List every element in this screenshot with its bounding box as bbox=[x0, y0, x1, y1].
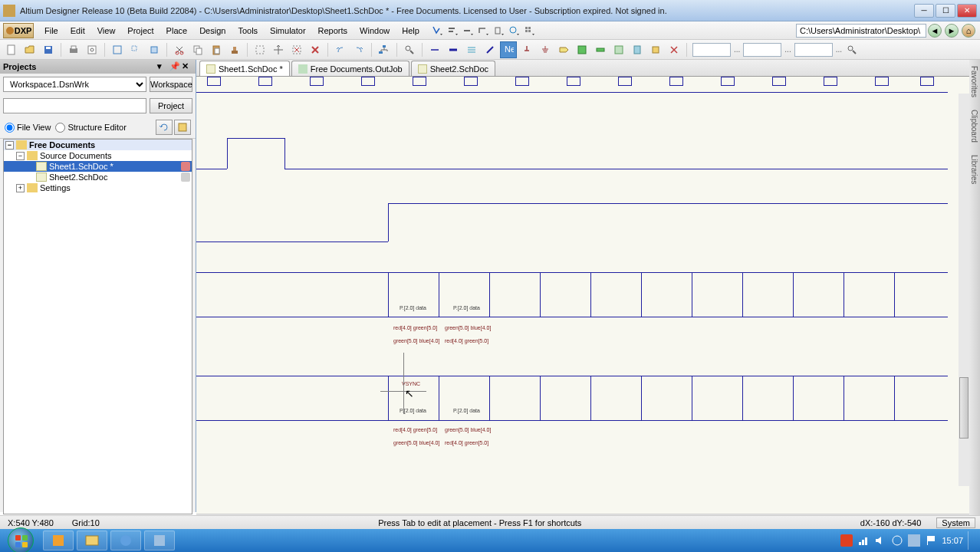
nav-home[interactable]: ⌂ bbox=[962, 24, 975, 38]
favorites-tab[interactable]: Favorites bbox=[969, 60, 979, 104]
panel-close-icon[interactable]: ✕ bbox=[182, 61, 192, 72]
align-dropdown-icon[interactable] bbox=[447, 25, 458, 36]
clipboard-tab[interactable]: Clipboard bbox=[969, 104, 979, 149]
tray-ime-icon[interactable] bbox=[840, 534, 853, 547]
harness-conn-icon[interactable] bbox=[629, 41, 646, 58]
bus-entry-icon[interactable] bbox=[482, 41, 498, 58]
zoom-sel-icon[interactable] bbox=[146, 41, 163, 58]
menu-simulator[interactable]: Simulator bbox=[264, 24, 311, 38]
panel-pin-icon[interactable]: 📌 bbox=[169, 61, 180, 72]
start-button[interactable] bbox=[0, 529, 41, 552]
sheet-entry-icon[interactable] bbox=[592, 41, 609, 58]
collapse-icon[interactable]: − bbox=[5, 141, 14, 150]
tab-sheet1[interactable]: Sheet1.SchDoc * bbox=[199, 61, 290, 76]
undo-icon[interactable] bbox=[332, 41, 349, 58]
shape-dropdown-icon[interactable] bbox=[508, 25, 519, 36]
structure-editor-radio[interactable]: Structure Editor bbox=[55, 123, 126, 133]
zoom-fit-icon[interactable] bbox=[109, 41, 126, 58]
menu-view[interactable]: View bbox=[91, 24, 122, 38]
tree-sheet2[interactable]: Sheet2.SchDoc bbox=[4, 172, 192, 182]
tray-volume-icon[interactable] bbox=[874, 534, 886, 547]
copy-icon[interactable] bbox=[189, 41, 206, 58]
zoom-area-icon[interactable] bbox=[127, 41, 144, 58]
libraries-tab[interactable]: Libraries bbox=[969, 149, 979, 190]
tab-outjob[interactable]: Free Documents.OutJob bbox=[291, 61, 409, 76]
vscroll-thumb[interactable] bbox=[959, 377, 968, 439]
panel-dropdown-icon[interactable]: ▾ bbox=[157, 61, 168, 72]
power-port-icon[interactable] bbox=[518, 41, 535, 58]
signal-harness-icon[interactable] bbox=[463, 41, 480, 58]
preview-icon[interactable] bbox=[84, 41, 100, 58]
menu-reports[interactable]: Reports bbox=[312, 24, 354, 38]
search-icon[interactable] bbox=[844, 41, 860, 58]
close-button[interactable]: ✕ bbox=[957, 4, 977, 18]
sheet-symbol-icon[interactable] bbox=[574, 41, 590, 58]
hierarchy-icon[interactable] bbox=[376, 41, 393, 58]
minimize-button[interactable]: ─ bbox=[914, 4, 934, 18]
nav-forward[interactable]: ► bbox=[945, 24, 959, 38]
clock[interactable]: 15:07 bbox=[942, 536, 963, 545]
maximize-button[interactable]: ☐ bbox=[936, 4, 955, 18]
tray-app-icon[interactable] bbox=[908, 534, 920, 547]
net-label-icon[interactable]: Net bbox=[500, 41, 517, 58]
new-icon[interactable] bbox=[3, 41, 20, 58]
search-input-1[interactable] bbox=[692, 43, 731, 57]
task-app-3[interactable] bbox=[110, 531, 141, 550]
project-input[interactable] bbox=[3, 98, 146, 113]
dxp-button[interactable]: DXP bbox=[3, 23, 34, 38]
project-button[interactable]: Project bbox=[150, 98, 192, 113]
gnd-icon[interactable] bbox=[537, 41, 554, 58]
menu-project[interactable]: Project bbox=[121, 24, 159, 38]
paste-icon[interactable] bbox=[208, 41, 225, 58]
move-icon[interactable] bbox=[270, 41, 287, 58]
tray-network-icon[interactable] bbox=[857, 534, 870, 547]
task-app-2[interactable] bbox=[77, 531, 107, 550]
schematic-canvas[interactable]: P.[2.0] data P.[2.0] data red[4.0] green… bbox=[196, 77, 969, 514]
tray-status-icon[interactable] bbox=[891, 534, 903, 547]
file-view-radio[interactable]: File View bbox=[5, 123, 51, 133]
save-icon[interactable] bbox=[40, 41, 57, 58]
block-dropdown-icon[interactable] bbox=[493, 25, 504, 36]
search-input-3[interactable] bbox=[794, 43, 833, 57]
clear-icon[interactable] bbox=[307, 41, 324, 58]
menu-help[interactable]: Help bbox=[396, 24, 426, 38]
menu-file[interactable]: File bbox=[38, 24, 64, 38]
deselect-icon[interactable] bbox=[288, 41, 305, 58]
tab-sheet2[interactable]: Sheet2.SchDoc bbox=[411, 61, 495, 76]
draw-dropdown-icon[interactable] bbox=[432, 25, 442, 36]
expand-icon[interactable]: + bbox=[16, 184, 25, 192]
tree-source-docs[interactable]: − Source Documents bbox=[4, 150, 192, 161]
wire-icon[interactable] bbox=[426, 41, 443, 58]
tree-sheet1[interactable]: Sheet1.SchDoc * bbox=[4, 161, 192, 172]
part-icon[interactable] bbox=[647, 41, 664, 58]
system-button[interactable]: System bbox=[936, 518, 975, 528]
tray-flag-icon[interactable] bbox=[925, 534, 937, 547]
redo-icon[interactable] bbox=[350, 41, 367, 58]
refresh-icon[interactable] bbox=[156, 120, 173, 135]
rubber-stamp-icon[interactable] bbox=[226, 41, 243, 58]
path-input[interactable] bbox=[796, 24, 926, 38]
line-dropdown-icon[interactable] bbox=[462, 25, 473, 36]
workspace-select[interactable]: Workspace1.DsnWrk bbox=[3, 77, 146, 92]
menu-window[interactable]: Window bbox=[354, 24, 396, 38]
collapse-icon[interactable]: − bbox=[16, 152, 25, 160]
project-tree[interactable]: − Free Documents − Source Documents Shee… bbox=[3, 139, 192, 514]
menu-place[interactable]: Place bbox=[160, 24, 194, 38]
corner-dropdown-icon[interactable] bbox=[478, 25, 488, 36]
cut-icon[interactable] bbox=[171, 41, 188, 58]
print-icon[interactable] bbox=[65, 41, 82, 58]
vertical-scrollbar[interactable] bbox=[959, 94, 969, 486]
search-input-2[interactable] bbox=[743, 43, 781, 57]
open-icon[interactable] bbox=[21, 41, 38, 58]
menu-design[interactable]: Design bbox=[193, 24, 232, 38]
task-app-4[interactable] bbox=[144, 531, 175, 550]
port-icon[interactable] bbox=[555, 41, 572, 58]
select-icon[interactable] bbox=[252, 41, 268, 58]
options-icon[interactable] bbox=[174, 120, 191, 135]
show-desktop[interactable] bbox=[968, 531, 974, 550]
menu-edit[interactable]: Edit bbox=[64, 24, 91, 38]
menu-tools[interactable]: Tools bbox=[232, 24, 264, 38]
task-app-1[interactable] bbox=[43, 531, 74, 550]
workspace-button[interactable]: Workspace bbox=[150, 77, 192, 92]
tree-root[interactable]: − Free Documents bbox=[4, 140, 192, 150]
